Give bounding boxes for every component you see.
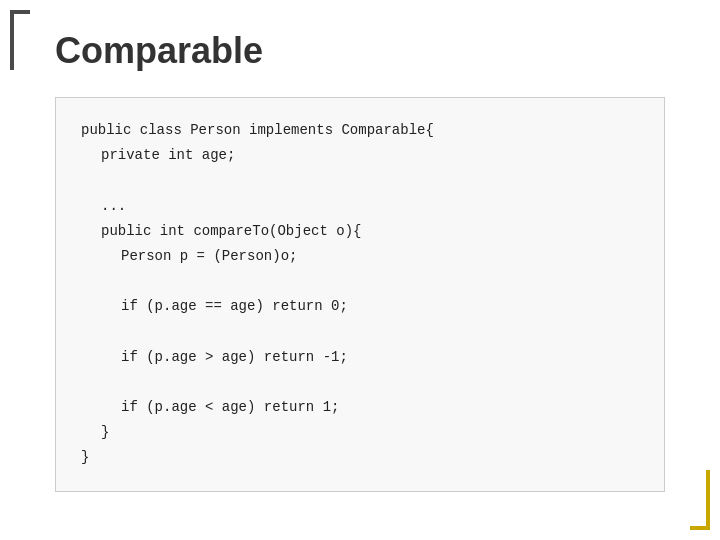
code-line-2: private int age; (81, 143, 639, 168)
bracket-bottom-right-decoration (690, 470, 710, 530)
code-line-9 (81, 320, 639, 345)
code-line-13: } (81, 420, 639, 445)
code-line-10: if (p.age > age) return -1; (81, 345, 639, 370)
code-line-5: public int compareTo(Object o){ (81, 219, 639, 244)
code-line-11 (81, 370, 639, 395)
code-line-8: if (p.age == age) return 0; (81, 294, 639, 319)
bracket-top-left-decoration (10, 10, 30, 70)
code-line-12: if (p.age < age) return 1; (81, 395, 639, 420)
slide-title: Comparable (40, 30, 680, 72)
code-line-7 (81, 269, 639, 294)
slide-container: Comparable public class Person implement… (0, 0, 720, 540)
code-line-4: ... (81, 194, 639, 219)
code-line-3 (81, 168, 639, 193)
code-block: public class Person implements Comparabl… (55, 97, 665, 492)
code-line-6: Person p = (Person)o; (81, 244, 639, 269)
code-line-1: public class Person implements Comparabl… (81, 118, 639, 143)
code-line-14: } (81, 445, 639, 470)
